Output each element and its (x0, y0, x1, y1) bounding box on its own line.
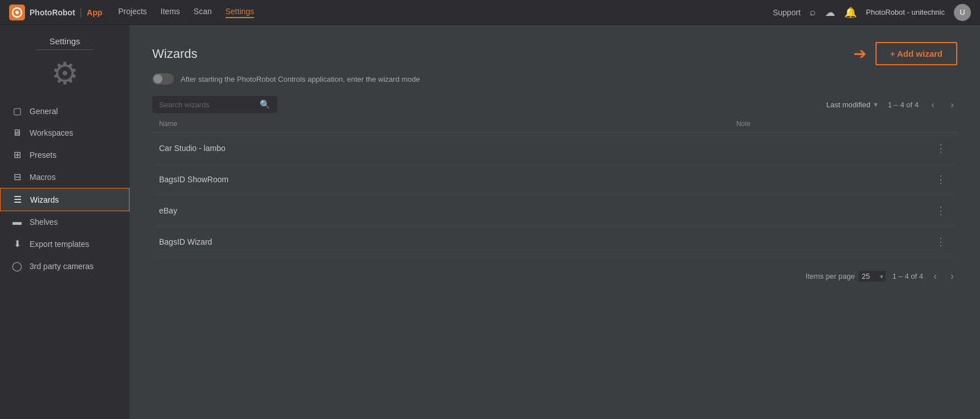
wizard-name: Car Studio - lambo (152, 133, 729, 164)
avatar[interactable]: U (954, 4, 971, 21)
sidebar-item-label: Macros (30, 173, 56, 182)
bottom-pagination-info: 1 – 4 of 4 (893, 272, 923, 280)
table-row[interactable]: BagsID Wizard ⋮ (152, 227, 957, 258)
sidebar-item-general[interactable]: ▢ General (0, 100, 130, 122)
sidebar-item-label: Workspaces (30, 128, 73, 137)
nav-projects[interactable]: Projects (118, 7, 147, 18)
sidebar-title: Settings (49, 36, 80, 46)
export-templates-icon: ⬇ (11, 238, 23, 249)
wizard-mode-toggle-row: After starting the PhotoRobot Controls a… (152, 73, 957, 85)
wizard-name: eBay (152, 195, 729, 227)
pagination-prev-button[interactable]: ‹ (928, 98, 938, 112)
sidebar: Settings ⚙ ▢ General 🖥 Workspaces ⊞ Pres… (0, 25, 130, 419)
app-label: App (87, 8, 102, 17)
content-area: Wizards ➔ + Add wizard After starting th… (130, 25, 980, 419)
wizard-menu-button[interactable]: ⋮ (931, 234, 950, 249)
wizards-icon: ☰ (12, 194, 23, 205)
sidebar-item-label: Presets (30, 150, 56, 160)
topnav-right: Support ⌕ ☁ 🔔 PhotoRobot - unitechnic U (773, 4, 971, 21)
wizard-table: Name Note Car Studio - lambo ⋮ BagsID Sh… (152, 115, 957, 258)
sidebar-items: ▢ General 🖥 Workspaces ⊞ Presets ⊟ Macro… (0, 100, 130, 277)
user-name: PhotoRobot - unitechnic (866, 8, 945, 16)
table-row[interactable]: BagsID ShowRoom ⋮ (152, 164, 957, 195)
col-note: Note (729, 115, 924, 133)
general-icon: ▢ (11, 106, 23, 116)
sidebar-item-label: General (30, 107, 58, 116)
sidebar-item-3rd-party-cameras[interactable]: ◯ 3rd party cameras (0, 255, 130, 277)
sort-button[interactable]: Last modified ▼ (827, 100, 879, 109)
search-icon: 🔍 (260, 99, 270, 110)
sidebar-item-macros[interactable]: ⊟ Macros (0, 166, 130, 188)
bottom-pagination-next-button[interactable]: › (947, 269, 957, 283)
bottom-pagination-prev-button[interactable]: ‹ (930, 269, 940, 283)
pagination-info: 1 – 4 of 4 (888, 100, 919, 109)
items-per-page: Items per page 25 50 100 (806, 271, 886, 282)
wizard-menu-button[interactable]: ⋮ (931, 203, 950, 218)
topnav: PhotoRobot | App Projects Items Scan Set… (0, 0, 980, 25)
workspaces-icon: 🖥 (11, 128, 23, 138)
bell-icon[interactable]: 🔔 (844, 6, 857, 19)
sidebar-item-wizards[interactable]: ☰ Wizards (0, 188, 130, 211)
toggle-knob (153, 74, 162, 83)
logo-text: PhotoRobot (30, 8, 75, 17)
search-input[interactable] (159, 100, 255, 109)
sidebar-divider (36, 49, 93, 50)
nav-scan[interactable]: Scan (194, 7, 212, 18)
cameras-icon: ◯ (11, 261, 23, 271)
support-link[interactable]: Support (773, 8, 800, 17)
wizard-note (729, 227, 924, 258)
per-page-select[interactable]: 25 50 100 (858, 271, 886, 282)
wizard-row-menu: ⋮ (924, 133, 957, 164)
arrow-right-icon: ➔ (853, 44, 866, 63)
content-header: Wizards ➔ + Add wizard (152, 42, 957, 65)
bottom-pagination: Items per page 25 50 100 1 – 4 of 4 ‹ › (152, 269, 957, 283)
wizard-note (729, 195, 924, 227)
wizard-row-menu: ⋮ (924, 227, 957, 258)
wizard-row-menu: ⋮ (924, 164, 957, 195)
wizard-note (729, 133, 924, 164)
pagination-next-button[interactable]: › (947, 98, 957, 112)
sidebar-item-export-templates[interactable]: ⬇ Export templates (0, 233, 130, 255)
sidebar-item-label: 3rd party cameras (30, 262, 94, 271)
wizard-name: BagsID ShowRoom (152, 164, 729, 195)
wizard-menu-button[interactable]: ⋮ (931, 172, 950, 187)
settings-gear-icon: ⚙ (51, 58, 78, 89)
search-sort-row: 🔍 Last modified ▼ 1 – 4 of 4 ‹ › (152, 96, 957, 113)
add-wizard-btn-wrapper: ➔ + Add wizard (853, 42, 957, 65)
sort-caret-icon: ▼ (873, 101, 879, 108)
main-layout: Settings ⚙ ▢ General 🖥 Workspaces ⊞ Pres… (0, 25, 980, 419)
page-title: Wizards (152, 47, 197, 61)
wizard-note (729, 164, 924, 195)
table-row[interactable]: eBay ⋮ (152, 195, 957, 227)
nav-settings[interactable]: Settings (226, 7, 255, 18)
shelves-icon: ▬ (11, 217, 23, 227)
logo[interactable]: PhotoRobot | App (9, 5, 102, 20)
search-icon[interactable]: ⌕ (810, 6, 816, 18)
sidebar-item-label: Wizards (30, 195, 59, 204)
macros-icon: ⊟ (11, 171, 23, 182)
nav-items[interactable]: Items (161, 7, 180, 18)
sidebar-item-workspaces[interactable]: 🖥 Workspaces (0, 122, 130, 144)
sort-pagination: Last modified ▼ 1 – 4 of 4 ‹ › (827, 98, 957, 112)
table-row[interactable]: Car Studio - lambo ⋮ (152, 133, 957, 164)
search-box: 🔍 (152, 96, 277, 113)
col-name: Name (152, 115, 729, 133)
sidebar-item-label: Export templates (30, 240, 89, 249)
presets-icon: ⊞ (11, 149, 23, 160)
sidebar-item-shelves[interactable]: ▬ Shelves (0, 211, 130, 233)
wizard-mode-label: After starting the PhotoRobot Controls a… (181, 75, 420, 83)
sidebar-item-label: Shelves (30, 217, 58, 227)
svg-point-2 (15, 11, 19, 14)
per-page-select-wrapper: 25 50 100 (858, 271, 886, 282)
wizard-mode-toggle[interactable] (152, 73, 174, 85)
nav-divider: | (80, 6, 82, 18)
wizard-name: BagsID Wizard (152, 227, 729, 258)
items-per-page-label: Items per page (806, 272, 855, 280)
topnav-links: Projects Items Scan Settings (118, 7, 254, 18)
photrobot-logo-icon (9, 5, 25, 20)
sidebar-item-presets[interactable]: ⊞ Presets (0, 144, 130, 166)
cloud-icon[interactable]: ☁ (825, 6, 835, 19)
add-wizard-button[interactable]: + Add wizard (875, 42, 957, 65)
wizard-menu-button[interactable]: ⋮ (931, 141, 950, 156)
sort-label-text: Last modified (827, 100, 870, 109)
